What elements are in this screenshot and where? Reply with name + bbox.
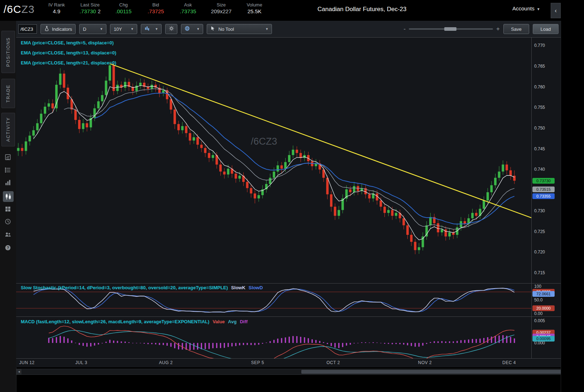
chart-toolbar: /6CZ3 Indicators D ▼ 10Y ▼ ▼ ▼ — [16, 21, 561, 37]
stat-value: .00115 — [114, 8, 133, 15]
collapse-right-panel-button[interactable]: ‹ — [551, 3, 561, 18]
quote-header: /6CZ3 IV Rank4.9Last Size.737302Chg.0011… — [0, 0, 584, 21]
left-sidebar: POSITIONSTRADEACTIVITY ? — [0, 21, 16, 392]
save-button[interactable]: Save — [503, 24, 529, 34]
sidebar-tab-activity[interactable]: ACTIVITY — [1, 113, 15, 146]
range-dropdown[interactable]: 10Y ▼ — [110, 24, 137, 34]
price-axis-tick: 0.750 — [534, 126, 545, 131]
chart-settings-button[interactable] — [165, 24, 177, 34]
stat-label: Volume — [245, 2, 264, 8]
time-axis-label: SEP 5 — [251, 360, 264, 365]
quote-stat-last-size: Last Size.737302 — [80, 2, 101, 15]
price-axis-tick: 0.730 — [534, 208, 545, 213]
zoom-slider[interactable] — [409, 28, 493, 30]
drawing-tool-dropdown[interactable]: No Tool ▼ — [207, 24, 272, 34]
macd-title-text: MACD (fastLength=12, slowLength=26, macd… — [21, 319, 209, 324]
quote-stat-bid: Bid.73725 — [147, 2, 165, 15]
macd-bubble: 0.00095 — [532, 336, 555, 342]
globe-icon — [185, 26, 190, 32]
time-axis-label: JUL 3 — [75, 360, 87, 365]
time-axis-label: OCT 2 — [326, 360, 340, 365]
load-button[interactable]: Load — [533, 24, 559, 34]
study-labels: EMA (price=CLOSE, length=5, displace=0)E… — [21, 40, 116, 70]
stochastic-title: Slow Stochastic (kPeriod=14, dPeriod=3, … — [21, 285, 263, 290]
stat-label: Chg — [114, 2, 133, 8]
price-axis-tick: 0.715 — [534, 270, 545, 275]
chevron-down-icon: ▼ — [130, 27, 134, 31]
chart-type-dropdown[interactable]: ▼ — [141, 24, 162, 34]
sidebar-tab-positions[interactable]: POSITIONS — [1, 31, 15, 73]
chart-scrollbar[interactable]: ◄ ► — [16, 369, 581, 375]
accounts-menu[interactable]: Accounts▼ — [512, 5, 540, 11]
charts-icon[interactable] — [3, 191, 14, 202]
tool-label: No Tool — [218, 26, 234, 32]
stat-value: 25.5K — [245, 8, 264, 15]
price-axis-tick: 0.760 — [534, 84, 545, 89]
scroll-left-arrow[interactable]: ◄ — [16, 369, 21, 374]
zoom-out-button[interactable]: - — [403, 25, 406, 33]
aggregation-dropdown[interactable]: D ▼ — [79, 24, 106, 34]
zoom-in-button[interactable]: + — [496, 25, 500, 33]
collapsed-right-panel[interactable] — [561, 21, 584, 392]
compare-dropdown[interactable]: ▼ — [181, 24, 203, 34]
scrollbar-thumb[interactable] — [301, 370, 577, 374]
community-icon[interactable] — [5, 231, 11, 238]
price-axis-tick: 0.755 — [534, 105, 545, 110]
sidebar-tab-trade[interactable]: TRADE — [1, 79, 15, 108]
indicators-label: Indicators — [52, 26, 72, 32]
symbol-suffix: Z3 — [21, 3, 35, 15]
study-label-ema-21[interactable]: EMA (price=CLOSE, length=21, displace=0) — [21, 60, 116, 70]
price-axis-tick: 0.740 — [534, 167, 545, 172]
reports-icon[interactable] — [5, 154, 11, 160]
price-bubble: 0.73355 — [532, 193, 555, 199]
zoom-control: - + — [403, 25, 500, 33]
indicators-button[interactable]: Indicators — [40, 24, 76, 34]
stat-label: IV Rank — [47, 2, 66, 8]
price-bubble: 0.73730 — [532, 178, 555, 184]
chart-workspace: /6CZ3 Indicators D ▼ 10Y ▼ ▼ ▼ — [16, 21, 561, 367]
help-icon[interactable]: ? — [5, 245, 11, 251]
macd-title: MACD (fastLength=12, slowLength=26, macd… — [21, 319, 248, 324]
study-label-ema-5[interactable]: EMA (price=CLOSE, length=5, displace=0) — [21, 40, 116, 50]
sidebar-tab-label: ACTIVITY — [6, 117, 11, 142]
grid-icon[interactable] — [5, 206, 11, 212]
stoch-bubble: 20.0000 — [532, 305, 555, 311]
macd-value-legend: Value — [212, 319, 225, 324]
stat-value: 209x227 — [211, 8, 232, 15]
time-axis-label: DEC 4 — [502, 360, 516, 365]
quote-stat-size: Size209x227 — [211, 2, 232, 15]
slowd-legend: SlowD — [249, 285, 263, 290]
stat-value: .737302 — [80, 8, 101, 15]
price-chart-canvas[interactable]: /6CZ3 — [16, 37, 531, 283]
price-axis-tick: 0.745 — [534, 146, 545, 151]
macd-diff-legend: Diff — [240, 319, 248, 324]
svg-text:?: ? — [7, 246, 9, 250]
watchlist-icon[interactable] — [5, 167, 11, 173]
stoch-axis-tick: 50.0 — [534, 297, 542, 303]
history-clock-icon[interactable] — [5, 218, 11, 225]
study-label-ema-13[interactable]: EMA (price=CLOSE, length=13, displace=0) — [21, 50, 116, 60]
chevron-down-icon: ▼ — [537, 7, 540, 11]
contract-title: Canadian Dollar Futures, Dec-23 — [317, 6, 407, 13]
price-axis-tick: 0.765 — [534, 64, 545, 69]
price-bubble: 0.73515 — [532, 187, 555, 192]
stat-value: .73735 — [179, 8, 197, 15]
time-axis-label: NOV 2 — [418, 360, 432, 365]
quote-stat-iv-rank: IV Rank4.9 — [47, 2, 66, 15]
chevron-down-icon: ▼ — [100, 27, 103, 31]
quote-stat-chg: Chg.00115 — [114, 2, 133, 15]
symbol-root: /6C — [4, 3, 21, 15]
stat-label: Last Size — [80, 2, 101, 8]
stochastic-title-text: Slow Stochastic (kPeriod=14, dPeriod=3, … — [21, 285, 228, 290]
stoch-bubble: 72.0661 — [532, 291, 555, 297]
price-axis-tick: 0.770 — [534, 43, 545, 48]
stat-value: .73725 — [147, 8, 165, 15]
symbol-input[interactable]: /6CZ3 — [18, 24, 37, 34]
chevron-down-icon: ▼ — [155, 27, 158, 31]
chevron-down-icon: ▼ — [265, 27, 268, 31]
analyze-icon[interactable] — [5, 179, 11, 186]
trading-platform-window: /6CZ3 IV Rank4.9Last Size.737302Chg.0011… — [0, 0, 584, 392]
cursor-icon — [210, 26, 216, 32]
accounts-label: Accounts — [512, 5, 535, 11]
zoom-slider-thumb[interactable] — [444, 27, 456, 31]
